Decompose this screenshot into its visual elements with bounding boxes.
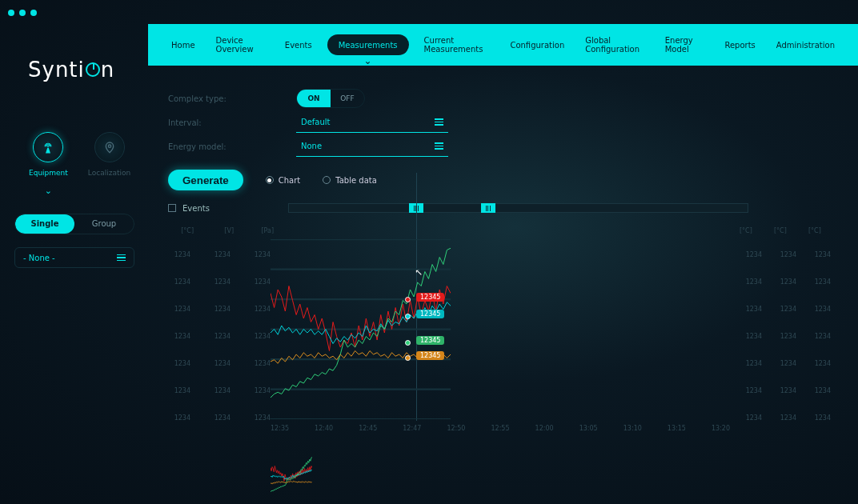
power-icon (86, 62, 100, 77)
none-select[interactable]: - None - (14, 247, 134, 268)
point-green (405, 340, 411, 346)
menu-icon (435, 142, 443, 150)
radio-dot-icon (266, 176, 274, 184)
tooltip-cyan: 12345 (416, 310, 444, 318)
label-interval: Interval: (168, 118, 296, 127)
range-slider[interactable] (288, 203, 748, 213)
nav-current-measurements[interactable]: Current Measurements (414, 24, 500, 66)
top-nav: HomeDevice OverviewEventsMeasurementsCur… (148, 24, 858, 66)
nav-measurements[interactable]: Measurements (327, 34, 409, 55)
energy-model-select[interactable]: None (296, 136, 448, 157)
events-checkbox[interactable] (168, 204, 176, 212)
slider-handle-right[interactable] (481, 203, 495, 213)
tooltip-red: 12345 (416, 293, 444, 302)
tooltip-green: 12345 (416, 336, 444, 345)
on-off-toggle[interactable]: ON OFF (296, 89, 365, 108)
nav-home[interactable]: Home (161, 24, 206, 66)
y-axis-4: [°C]1234123412341234123412341234 (740, 227, 765, 431)
tooltip-orange: 12345 (416, 351, 444, 360)
tab-label: Localization (88, 169, 130, 177)
tab-localization[interactable]: Localization (88, 132, 130, 196)
toggle-off[interactable]: OFF (331, 90, 364, 107)
svg-point-0 (108, 145, 110, 147)
y-axis-1: [°C]1234123412341234123412341234 (168, 227, 194, 431)
select-value: Default (301, 118, 331, 126)
tab-label: Equipment (29, 169, 68, 177)
logo: Syntin (28, 58, 114, 82)
pin-icon (94, 132, 125, 162)
radio-label: Table data (335, 176, 377, 185)
x-axis: 12:3512:4012:4512:4712:5012:5512:0013:05… (271, 425, 730, 432)
point-orange (405, 355, 411, 361)
mini-chart[interactable] (271, 455, 312, 497)
generate-button[interactable]: Generate (168, 170, 243, 190)
y-axis-5: [°C]1234123412341234123412341234 (774, 227, 800, 431)
point-red (405, 297, 411, 302)
nav-device-overview[interactable]: Device Overview (206, 24, 275, 66)
nav-global-configuration[interactable]: Global Configuration (575, 24, 654, 66)
main: Complex type: ON OFF Interval: Default E… (168, 86, 834, 435)
label-energy-model: Energy model: (168, 142, 296, 151)
nav-configuration[interactable]: Configuration (499, 24, 575, 66)
chart: [°C]1234123412341234123412341234 [V]1234… (168, 227, 834, 435)
nav-events[interactable]: Events (275, 24, 323, 66)
tab-equipment[interactable]: Equipment ⌄ (29, 132, 68, 196)
select-value: - None - (23, 254, 55, 262)
menu-icon (117, 254, 126, 262)
point-cyan (405, 314, 411, 319)
nav-administration[interactable]: Administration (766, 24, 845, 66)
label-complex-type: Complex type: (168, 94, 296, 103)
chevron-down-icon: ⌄ (45, 186, 52, 196)
chart-plot[interactable] (271, 239, 451, 419)
group-segment[interactable]: Group (74, 214, 134, 234)
toggle-on[interactable]: ON (297, 90, 331, 107)
radio-table-data[interactable]: Table data (323, 176, 377, 185)
y-axis-6: [°C]1234123412341234123412341234 (808, 227, 834, 431)
window-dots (8, 10, 37, 16)
radio-chart[interactable]: Chart (266, 176, 300, 185)
select-value: None (301, 142, 322, 150)
antenna-icon (33, 132, 63, 162)
interval-select[interactable]: Default (296, 112, 448, 133)
nav-reports[interactable]: Reports (714, 24, 765, 66)
single-segment[interactable]: Single (15, 214, 74, 234)
nav-energy-model[interactable]: Energy Model (655, 24, 715, 66)
sidebar: Equipment ⌄ Localization Single Group - … (14, 132, 134, 268)
y-axis-2: [V]1234123412341234123412341234 (208, 227, 234, 431)
radio-label: Chart (279, 176, 300, 185)
radio-dot-icon (323, 176, 331, 184)
single-group-toggle[interactable]: Single Group (14, 214, 134, 234)
events-label: Events (182, 204, 210, 213)
menu-icon (435, 118, 443, 126)
